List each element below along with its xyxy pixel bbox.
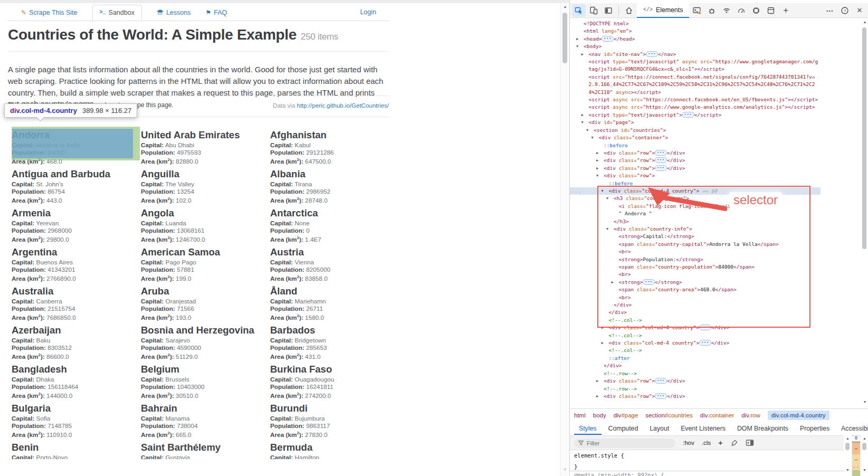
memory-icon[interactable] (749, 4, 763, 17)
dom-tree-line[interactable]: <span class="country-capital">Andorra la… (570, 241, 821, 248)
breadcrumb-html[interactable]: html (574, 412, 586, 418)
dom-tree-line[interactable]: <!--.row--> (570, 370, 821, 377)
dom-tree-line[interactable]: ▶<nav id="site-nav">•••</nav> (570, 51, 821, 58)
dom-tree-line[interactable]: <script type="text/javascript" async src… (570, 58, 821, 73)
chevron-right-icon[interactable]: ▶ (596, 157, 598, 164)
scroll-down-arrow-icon[interactable]: ▼ (861, 468, 868, 472)
chevron-down-icon[interactable]: ▼ (602, 187, 604, 195)
dom-tree-line[interactable]: ▶<div class="col-md-4 country">•••</div> (570, 324, 821, 331)
new-style-rule-button[interactable]: + (718, 440, 723, 445)
dom-tree-line[interactable]: ▼<div class="container"> (570, 134, 821, 141)
expand-ellipsis-button[interactable]: ••• (682, 112, 694, 118)
nav-item-sandbox[interactable]: >_Sandbox (92, 5, 142, 21)
data-source-link[interactable]: http://peric.github.io/GetCountries/ (297, 102, 389, 109)
expand-ellipsis-button[interactable]: ••• (655, 150, 667, 156)
outer-scrollbar[interactable]: ▲ ▼ (861, 435, 868, 476)
dom-tree-line[interactable]: " Andorra " (570, 210, 821, 217)
dom-tree-line[interactable]: ▶<div class="col-md-4 country">•••</div> (570, 339, 821, 347)
dom-tree-line[interactable]: ▶<div class="row">•••</div> (570, 165, 821, 172)
device-emulation-icon[interactable] (587, 4, 600, 17)
login-link[interactable]: Login (360, 8, 376, 16)
expand-ellipsis-button[interactable]: ••• (699, 325, 711, 330)
nav-item-faq[interactable]: ⚑FAQ (205, 9, 227, 16)
tab-elements[interactable]: </>Elements (637, 3, 689, 18)
chevron-right-icon[interactable]: ▶ (596, 377, 598, 385)
dom-tree-line[interactable]: <script async src="https://connect.faceb… (570, 96, 821, 103)
application-icon[interactable] (764, 4, 778, 17)
outer-scrollbar-thumb[interactable] (862, 443, 866, 450)
dom-tree-line[interactable]: </h3> (570, 218, 821, 225)
expand-ellipsis-button[interactable]: ••• (655, 393, 667, 399)
expand-ellipsis-button[interactable]: ••• (646, 51, 658, 57)
dom-tree-line[interactable]: <html lang="en"> (570, 27, 821, 35)
chevron-down-icon[interactable]: ▼ (592, 134, 594, 141)
dom-tree-line[interactable]: </div> (570, 362, 821, 369)
chevron-right-icon[interactable]: ▶ (581, 51, 584, 58)
dom-tree-line[interactable]: ▼<div id="page"> (570, 119, 821, 126)
dom-tree-line[interactable]: <strong>Capital:</strong> (570, 233, 821, 240)
dom-tree-line[interactable]: ▶<script type="text/javascript">•••</scr… (570, 111, 821, 119)
dom-tree-line[interactable]: ▼<div class="country-info"> (570, 225, 821, 233)
chevron-right-icon[interactable]: ▶ (581, 111, 584, 119)
chevron-down-icon[interactable]: ▼ (606, 195, 608, 202)
dom-tree-line[interactable]: <br> (570, 271, 821, 278)
dom-tree-line[interactable]: ▶<head>•••</head> (570, 35, 821, 43)
issues-icon[interactable] (705, 4, 719, 17)
chevron-down-icon[interactable]: ▼ (581, 119, 584, 126)
tab-dom-breakpoints[interactable]: DOM Breakpoints (732, 422, 793, 435)
tab-styles[interactable]: Styles (574, 422, 602, 435)
dom-tree-line[interactable]: <!--.row--> (570, 385, 821, 393)
chevron-down-icon[interactable]: ▼ (576, 43, 578, 50)
breadcrumb-div.container[interactable]: div.container (700, 412, 734, 418)
chevron-right-icon[interactable]: ▶ (596, 393, 598, 400)
dom-tree-line[interactable]: <br> (570, 294, 821, 301)
more-options-icon[interactable]: ⋯ (823, 4, 837, 17)
dom-tree-line[interactable]: ▶<div class="row">•••</div> (570, 149, 821, 157)
dock-panel-icon[interactable] (602, 4, 615, 17)
dom-tree-line[interactable]: ▶<div class="row">•••</div> (570, 157, 821, 164)
add-tab-icon[interactable]: + (779, 4, 793, 17)
chevron-right-icon[interactable]: ▶ (596, 149, 598, 157)
dom-tree-line[interactable]: ▶<strong>•••</strong> (570, 279, 821, 286)
page-scrollbar[interactable]: ▲ ▼ (560, 3, 569, 476)
performance-icon[interactable] (735, 4, 748, 17)
dom-tree[interactable]: <!DOCTYPE html><html lang="en">▶<head>••… (570, 18, 821, 408)
dom-tree-line[interactable]: <i class="flag-icon flag-icon-ad"></i> (570, 203, 821, 210)
dom-tree-line[interactable]: </div> (570, 301, 821, 309)
expand-ellipsis-button[interactable]: ••• (602, 36, 614, 42)
scroll-down-arrow-icon[interactable]: ▼ (861, 400, 868, 404)
toggle-element-classes[interactable]: .cls (702, 440, 711, 446)
expand-ellipsis-button[interactable]: ••• (643, 279, 655, 285)
computed-sidebar-icon[interactable] (746, 439, 754, 446)
console-warning-icon[interactable] (690, 4, 704, 17)
scroll-down-arrow-icon[interactable]: ▼ (844, 468, 852, 472)
scroll-down-arrow-icon[interactable]: ▼ (561, 468, 569, 471)
dom-tree-line[interactable]: <script src="https://connect.facebook.ne… (570, 73, 821, 96)
tab-layout[interactable]: Layout (645, 422, 674, 435)
page-scrollbar-thumb[interactable] (562, 13, 567, 63)
dom-tree-line[interactable]: <!--.col--> (570, 332, 821, 339)
styles-filter-input[interactable] (574, 439, 675, 448)
dom-tree-line[interactable]: ::after (570, 355, 821, 362)
element-style-rule[interactable]: element.style { (574, 452, 624, 459)
dom-tree-scrollbar[interactable]: ▲ ▼ (861, 19, 868, 407)
close-icon[interactable]: ✕ (853, 4, 866, 17)
dom-tree-line[interactable]: ::before (570, 180, 821, 187)
dom-tree-line[interactable]: <br> (570, 248, 821, 255)
expand-ellipsis-button[interactable]: ••• (699, 340, 711, 346)
chevron-down-icon[interactable]: ▼ (606, 225, 608, 233)
tab-computed[interactable]: Computed (604, 422, 643, 435)
dom-tree-line[interactable]: <!DOCTYPE html> (570, 20, 821, 27)
scroll-up-arrow-icon[interactable]: ▲ (861, 20, 868, 24)
chevron-right-icon[interactable]: ▶ (602, 324, 604, 331)
dom-tree-line[interactable]: <strong>Population:</strong> (570, 256, 821, 263)
styles-scrollbar-thumb[interactable] (845, 443, 850, 450)
dom-tree-line[interactable]: <script async src="https://www.google-an… (570, 103, 821, 111)
inspect-icon[interactable] (572, 4, 586, 17)
network-icon[interactable] (720, 4, 733, 17)
nav-item-lessons[interactable]: Lessons (157, 9, 191, 16)
dom-tree-line[interactable]: ▶<div class="row">•••</div> (570, 377, 821, 385)
brush-icon[interactable] (730, 439, 738, 447)
dom-tree-line[interactable]: <span class="country-population">84000</… (570, 263, 821, 271)
dom-tree-line[interactable]: ▶<div class="row">•••</div> (570, 393, 821, 400)
